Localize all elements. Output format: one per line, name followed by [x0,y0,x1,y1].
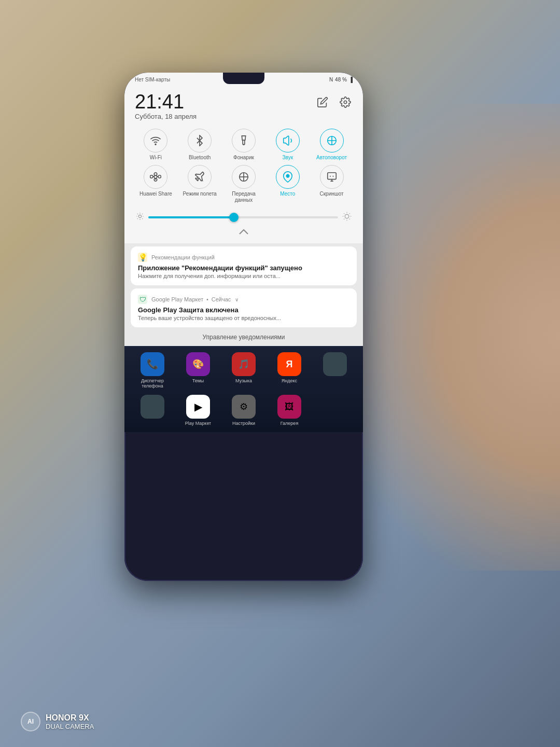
huawei-share-label: Huawei Share [139,191,172,197]
phone-device: Нет SIM-карты N 48 % ▐ 21:41 Суббота, 18… [124,73,394,643]
app-label-dispatcher: Диспетчер телефона [133,378,172,389]
toggle-huawei-share[interactable]: Huawei Share [135,165,177,203]
toggle-data-transfer[interactable]: Передача данных [223,165,265,203]
app-empty2 [133,395,172,426]
notif-appname-gplay: Google Play Маркет [151,296,203,302]
app-dispatcher[interactable]: 📞 Диспетчер телефона [133,352,172,389]
edit-button[interactable] [315,95,330,109]
wifi-icon-wrap [144,129,167,153]
svg-point-26 [345,214,349,218]
sound-label: Звук [283,155,293,161]
app-play-market[interactable]: ▶ Play Маркет [178,395,218,426]
svg-point-0 [344,101,347,104]
airplane-icon-wrap [188,165,212,189]
app-settings[interactable]: ⚙ Настройки [224,395,263,426]
app-icon-settings: ⚙ [232,395,256,419]
brightness-high-icon [342,212,352,223]
svg-line-34 [349,213,350,214]
battery-icon: ▐ [349,77,353,82]
flashlight-icon-wrap [232,129,256,153]
notif-title-gplay: Google Play Защита включена [138,306,349,314]
panel-header-icons [315,95,353,109]
notif-title-features: Приложение "Рекомендации функций" запуще… [138,264,349,272]
notif-icon-features: 💡 [138,253,147,262]
svg-line-20 [137,214,138,214]
bluetooth-label: Bluetooth [189,155,211,161]
brightness-low-icon [136,212,144,222]
notification-gplay[interactable]: 🛡 Google Play Маркет • Сейчас ∨ Google P… [131,288,357,327]
location-label: Место [280,191,295,197]
app-label-play: Play Маркет [185,421,211,426]
app-icon-dispatcher: 📞 [141,352,164,376]
bluetooth-icon-wrap [188,129,212,153]
svg-line-15 [330,176,331,177]
airplane-label: Режим полета [183,191,216,197]
location-icon-wrap [276,165,300,189]
panel-header: 21:41 Суббота, 18 апреля [135,92,353,120]
notif-body-gplay: Теперь ваше устройство защищено от вредо… [138,315,349,321]
notif-timestamp-gplay: Сейчас [212,296,231,302]
svg-line-29 [344,213,344,214]
sound-icon-wrap [276,129,300,153]
autorotate-icon-wrap [320,129,344,153]
app-themes[interactable]: 🎨 Темы [178,352,218,389]
toggle-autorotate[interactable]: Автоповорот [311,129,353,161]
app-music[interactable]: 🎵 Музыка [224,352,263,389]
brand-model-text: HONOR 9X DUAL CAMERA [46,713,94,731]
app-label-settings: Настройки [232,421,255,426]
brightness-fill [148,216,234,218]
app-gallery[interactable]: 🖼 Галерея [270,395,309,426]
nfc-indicator: N [329,77,333,82]
app-label-music: Музыка [235,378,252,383]
wifi-label: Wi-Fi [150,155,162,161]
flashlight-label: Фонарик [233,155,254,161]
current-time: 21:41 [135,92,197,112]
notif-meta-gplay: Google Play Маркет • Сейчас ∨ [151,296,239,302]
app-empty1 [315,352,355,389]
notif-expand-icon[interactable]: ∨ [235,297,239,302]
svg-point-4 [155,175,158,178]
brand-watermark: AI HONOR 9X DUAL CAMERA [21,712,94,731]
toggle-screenshot[interactable]: Скриншот [311,165,353,203]
brightness-slider[interactable] [148,216,338,218]
notification-features[interactable]: 💡 Рекомендации функций Приложение "Реком… [131,246,357,285]
app-icon-empty1 [323,352,347,376]
notif-icon-gplay: 🛡 [138,295,147,304]
app-yandex[interactable]: Я Яндекс [270,352,309,389]
svg-line-33 [344,219,344,219]
app-icon-empty2 [141,395,164,419]
svg-point-17 [138,215,141,217]
time-block: 21:41 Суббота, 18 апреля [135,92,197,120]
app-icon-play: ▶ [186,395,210,419]
data-transfer-label: Передача данных [232,191,256,203]
notif-appname-features: Рекомендации функций [151,254,215,260]
notifications-area: 💡 Рекомендации функций Приложение "Реком… [124,243,363,346]
app-label-gallery: Галерея [281,421,299,426]
svg-rect-12 [327,173,336,179]
app-label-yandex: Яндекс [282,378,297,383]
toggle-flashlight[interactable]: Фонарик [223,129,265,161]
screenshot-label: Скриншот [319,191,343,197]
collapse-panel-button[interactable] [135,227,353,238]
svg-line-30 [349,219,350,219]
brightness-thumb [229,213,239,222]
screenshot-icon-wrap [320,165,344,189]
huawei-share-icon-wrap [144,165,167,189]
phone-screen: Нет SIM-карты N 48 % ▐ 21:41 Суббота, 18… [124,73,363,581]
svg-line-24 [137,218,138,219]
app-icon-themes: 🎨 [186,352,210,376]
svg-line-21 [142,218,143,219]
quick-toggle-grid: Wi-Fi Bluetooth [135,129,353,203]
toggle-airplane[interactable]: Режим полета [179,165,221,203]
toggle-location[interactable]: Место [267,165,309,203]
settings-button[interactable] [338,95,353,109]
status-right: N 48 % ▐ [329,77,353,82]
app-icon-gallery: 🖼 [277,395,301,419]
manage-notifications-button[interactable]: Управление уведомлениями [131,330,357,343]
toggle-bluetooth[interactable]: Bluetooth [179,129,221,161]
app-icon-music: 🎵 [232,352,256,376]
brightness-control [135,210,353,227]
autorotate-label: Автоповорот [316,155,347,161]
toggle-wifi[interactable]: Wi-Fi [135,129,177,161]
toggle-sound[interactable]: Звук [267,129,309,161]
